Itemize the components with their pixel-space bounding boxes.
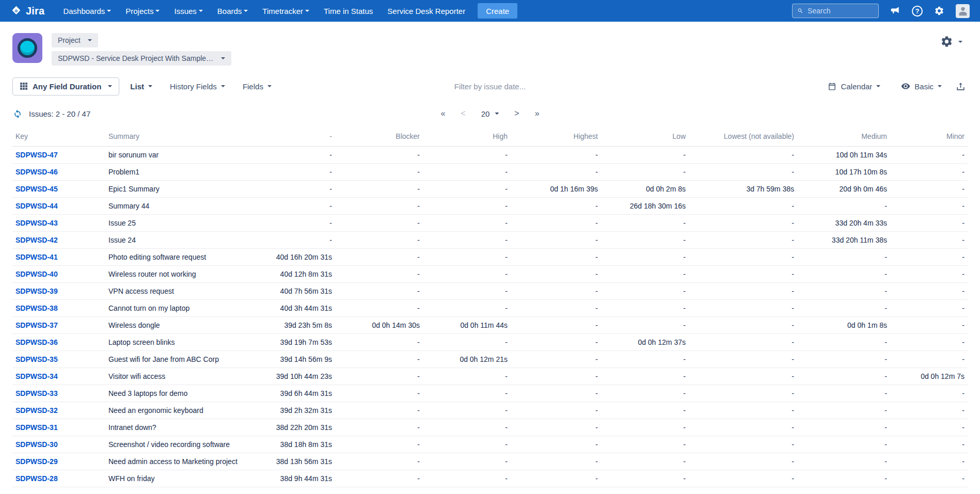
duration-cell: - [601, 368, 689, 385]
nav-item-projects[interactable]: Projects [118, 0, 167, 22]
nav-item-boards[interactable]: Boards [210, 0, 256, 22]
issue-key-link[interactable]: SDPWSD-47 [15, 151, 58, 159]
report-settings-button[interactable] [940, 35, 962, 48]
table-header-row: Key Summary - Blocker High Highest Low L… [12, 128, 968, 147]
nav-item-issues[interactable]: Issues [167, 0, 210, 22]
issue-key-link[interactable]: SDPWSD-39 [15, 287, 58, 295]
issue-key-link[interactable]: SDPWSD-37 [15, 321, 58, 329]
duration-cell: - [511, 164, 601, 181]
help-icon[interactable]: ? [912, 6, 923, 17]
issue-key-cell: SDPWSD-33 [12, 385, 105, 402]
issue-key-link[interactable]: SDPWSD-28 [15, 474, 58, 483]
refresh-icon[interactable] [12, 108, 23, 119]
user-avatar[interactable] [956, 4, 970, 18]
duration-cell: - [797, 453, 890, 470]
duration-cell: - [689, 283, 797, 300]
issue-key-link[interactable]: SDPWSD-30 [15, 440, 58, 449]
issue-summary-cell: Screenshot / video recording software [105, 436, 263, 453]
view-mode-dropdown[interactable]: Basic [894, 77, 949, 95]
table-row: SDPWSD-44Summary 44----26d 18h 30m 16s--… [12, 198, 968, 215]
table-row: SDPWSD-28WFH on friday38d 9h 44m 31s----… [12, 470, 968, 487]
table-row: SDPWSD-30Screenshot / video recording so… [12, 436, 968, 453]
issue-key-link[interactable]: SDPWSD-43 [15, 219, 58, 227]
pagination-last-button[interactable]: » [535, 109, 540, 118]
project-selectors: Project SDPWSD - Service Desk Project Wi… [52, 33, 231, 66]
issue-key-cell: SDPWSD-38 [12, 300, 105, 317]
issue-key-link[interactable]: SDPWSD-33 [15, 389, 58, 397]
duration-cell: - [335, 283, 423, 300]
issue-key-link[interactable]: SDPWSD-44 [15, 202, 58, 210]
nav-item-timetracker[interactable]: Timetracker [255, 0, 317, 22]
issue-summary-cell: Photo editing software request [105, 249, 263, 266]
megaphone-icon[interactable] [890, 6, 900, 16]
jira-logo[interactable]: Jira [10, 5, 44, 17]
duration-cell: - [797, 368, 890, 385]
duration-cell: - [335, 181, 423, 198]
issue-key-link[interactable]: SDPWSD-29 [15, 457, 58, 466]
project-type-label: Project [58, 36, 81, 44]
issue-key-link[interactable]: SDPWSD-38 [15, 304, 58, 312]
issue-key-link[interactable]: SDPWSD-31 [15, 423, 58, 432]
issue-key-link[interactable]: SDPWSD-40 [15, 270, 58, 278]
issue-key-link[interactable]: SDPWSD-34 [15, 372, 58, 380]
issue-date-filter-input[interactable] [418, 82, 562, 91]
duration-cell: - [601, 453, 689, 470]
create-button[interactable]: Create [478, 3, 517, 19]
search-input[interactable] [808, 7, 874, 15]
any-field-duration-label: Any Field Duration [33, 82, 101, 91]
duration-cell: - [601, 402, 689, 419]
issue-key-link[interactable]: SDPWSD-42 [15, 236, 58, 244]
nav-item-time-in-status[interactable]: Time in Status [317, 0, 380, 22]
duration-cell: - [511, 334, 601, 351]
duration-cell: - [797, 402, 890, 419]
pagination-first-button[interactable]: « [440, 109, 445, 118]
calendar-label: Calendar [841, 82, 872, 91]
issue-key-link[interactable]: SDPWSD-41 [15, 253, 58, 261]
duration-cell: - [601, 266, 689, 283]
grid-icon [20, 82, 28, 90]
gear-icon[interactable] [934, 6, 944, 16]
pagination-next-button[interactable]: > [514, 109, 519, 118]
duration-cell: - [601, 351, 689, 368]
nav-item-dashboards[interactable]: Dashboards [56, 0, 118, 22]
table-row: SDPWSD-35Guest wifi for Jane from ABC Co… [12, 351, 968, 368]
project-header: Project SDPWSD - Service Desk Project Wi… [0, 22, 980, 73]
global-search[interactable] [792, 4, 879, 18]
issue-key-link[interactable]: SDPWSD-45 [15, 185, 58, 193]
any-field-duration-dropdown[interactable]: Any Field Duration [12, 77, 119, 95]
calendar-dropdown[interactable]: Calendar [821, 77, 887, 95]
duration-cell: - [689, 215, 797, 232]
duration-cell: 0d 0h 12m 21s [423, 351, 511, 368]
duration-cell: - [511, 436, 601, 453]
duration-cell: 40d 3h 44m 31s [263, 300, 335, 317]
issue-key-link[interactable]: SDPWSD-32 [15, 406, 58, 415]
duration-cell: - [601, 300, 689, 317]
export-icon[interactable] [956, 82, 966, 91]
duration-cell: - [601, 249, 689, 266]
column-header-key: Key [12, 128, 105, 147]
issue-key-cell: SDPWSD-45 [12, 181, 105, 198]
project-type-dropdown[interactable]: Project [52, 33, 98, 47]
list-view-dropdown[interactable]: List [123, 77, 159, 95]
page-size-dropdown[interactable]: 20 [481, 109, 499, 118]
duration-cell: - [890, 317, 968, 334]
duration-cell: - [263, 164, 335, 181]
issue-summary-cell: Need admin access to Marketing project [105, 453, 263, 470]
issue-key-link[interactable]: SDPWSD-36 [15, 338, 58, 346]
history-fields-dropdown[interactable]: History Fields [163, 77, 232, 95]
gear-icon [940, 35, 953, 48]
issue-key-link[interactable]: SDPWSD-35 [15, 355, 58, 363]
duration-cell: 0d 0h 2m 8s [601, 181, 689, 198]
list-view-label: List [130, 82, 144, 91]
duration-cell: - [601, 164, 689, 181]
duration-cell: - [890, 215, 968, 232]
pagination-prev-button[interactable]: < [461, 109, 465, 118]
duration-cell: - [423, 215, 511, 232]
nav-item-service-desk-reporter[interactable]: Service Desk Reporter [380, 0, 472, 22]
column-header-none: - [263, 128, 335, 147]
duration-cell: - [601, 419, 689, 436]
project-avatar[interactable] [12, 33, 42, 63]
project-select-dropdown[interactable]: SDPWSD - Service Desk Project With Sampl… [52, 51, 231, 66]
issue-key-link[interactable]: SDPWSD-46 [15, 168, 58, 176]
fields-dropdown[interactable]: Fields [236, 77, 278, 95]
